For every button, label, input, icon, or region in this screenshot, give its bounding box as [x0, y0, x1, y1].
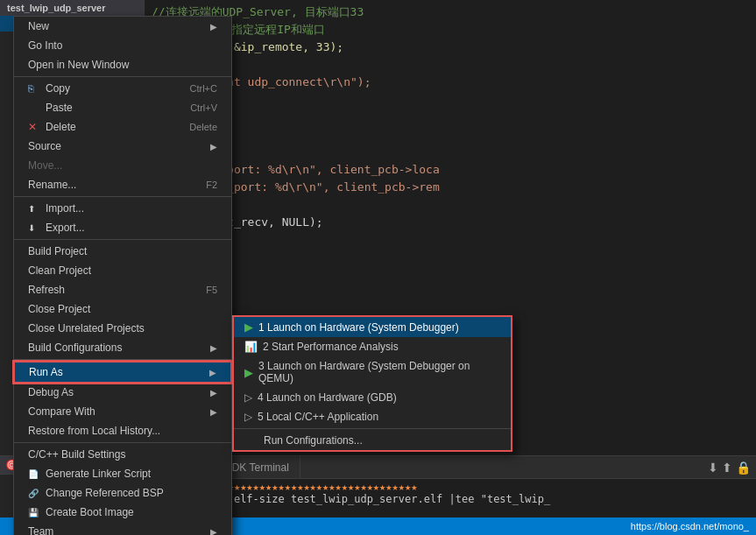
bottom-panel: Properties SDK Terminal ⬇ ⬆ 🔒 ★★★★★★★★★★…	[145, 455, 756, 517]
submenu-item-launch-qemu[interactable]: ▶ 3 Launch on Hardware (System Debugger …	[234, 356, 511, 388]
menu-item-paste[interactable]: Paste Ctrl+V	[14, 98, 231, 117]
submenu-item-launch-gdb[interactable]: ▷ 4 Launch on Hardware (GDB)	[234, 388, 511, 407]
menu-item-rename[interactable]: Rename... F2	[14, 175, 231, 194]
submenu-separator	[234, 428, 511, 429]
menu-item-team[interactable]: Team ▶	[14, 522, 231, 535]
star-line: ★★★★★★★★★★★★★★★★★★★★★★★★★★★★★★★★★★★★★★★★…	[152, 481, 749, 493]
build-configs-submenu-icon: ▶	[210, 343, 217, 353]
command-line: aarch64-none-elf-size test_lwip_udp_serv…	[152, 493, 749, 505]
bsp-icon: 🔗	[28, 489, 42, 498]
submenu-item-run-configs[interactable]: Run Configurations...	[234, 431, 511, 450]
run-qemu-icon: ▶	[244, 366, 253, 379]
menu-item-import[interactable]: ⬆ Import...	[14, 199, 231, 218]
import-icon: ⬆	[28, 204, 42, 214]
menu-item-open-window[interactable]: Open in New Window	[14, 55, 231, 74]
perf-icon: 📊	[244, 341, 258, 353]
menu-item-refresh[interactable]: Refresh F5	[14, 280, 231, 299]
menu-item-close-project[interactable]: Close Project	[14, 299, 231, 319]
separator-1	[14, 76, 231, 77]
menu-item-create-boot[interactable]: 💾 Create Boot Image	[14, 503, 231, 522]
boot-icon: 💾	[28, 508, 42, 517]
separator-5	[14, 442, 231, 443]
separator-3	[14, 239, 231, 240]
project-header: test_lwip_udp_server	[0, 0, 144, 16]
status-url: https://blog.csdn.net/mono_	[631, 521, 749, 531]
menu-item-run-as[interactable]: Run As ▶	[14, 362, 231, 383]
debug-as-submenu-icon: ▶	[210, 388, 217, 398]
context-menu: New ▶ Go Into Open in New Window ⎘ Copy …	[13, 16, 232, 535]
menu-item-compare-with[interactable]: Compare With ▶	[14, 402, 231, 421]
copy-icon: ⎘	[28, 83, 42, 94]
menu-item-gen-linker[interactable]: 📄 Generate Linker Script	[14, 464, 231, 483]
menu-item-move[interactable]: Move...	[14, 156, 231, 175]
bottom-tab-bar: Properties SDK Terminal ⬇ ⬆ 🔒	[145, 456, 756, 479]
menu-item-cpp-build[interactable]: C/C++ Build Settings	[14, 445, 231, 464]
submenu-item-start-perf[interactable]: 📊 2 Start Performance Analysis	[234, 337, 511, 356]
menu-item-export[interactable]: ⬇ Export...	[14, 218, 231, 237]
source-submenu-arrow-icon: ▶	[210, 142, 217, 151]
menu-item-source[interactable]: Source ▶	[14, 137, 231, 156]
menu-item-close-unrelated[interactable]: Close Unrelated Projects	[14, 319, 231, 338]
menu-item-clean-project[interactable]: Clean Project	[14, 261, 231, 280]
run-as-submenu-icon: ▶	[209, 368, 216, 377]
menu-item-restore-history[interactable]: Restore from Local History...	[14, 421, 231, 440]
scroll-lock-icon[interactable]: 🔒	[736, 461, 751, 475]
menu-item-debug-as[interactable]: Debug As ▶	[14, 383, 231, 402]
run-hw-sys-icon: ▶	[244, 320, 253, 334]
team-submenu-icon: ▶	[210, 527, 217, 536]
submenu-item-local-app[interactable]: ▷ 5 Local C/C++ Application	[234, 407, 511, 426]
menu-item-delete[interactable]: ✕ Delete Delete	[14, 117, 231, 137]
run-gdb-icon: ▷	[244, 391, 252, 404]
expand-all-icon[interactable]: ⬆	[722, 461, 732, 475]
bottom-console-content: ★★★★★★★★★★★★★★★★★★★★★★★★★★★★★★★★★★★★★★★★…	[145, 479, 756, 507]
menu-item-new[interactable]: New ▶	[14, 17, 231, 36]
menu-item-build-configurations[interactable]: Build Configurations ▶	[14, 338, 231, 357]
export-icon: ⬇	[28, 223, 42, 233]
delete-icon: ✕	[28, 121, 42, 133]
compare-submenu-icon: ▶	[210, 407, 217, 417]
menu-item-copy[interactable]: ⎘ Copy Ctrl+C	[14, 79, 231, 98]
run-local-icon: ▷	[244, 411, 252, 423]
menu-item-change-bsp[interactable]: 🔗 Change Referenced BSP	[14, 483, 231, 503]
collapse-all-icon[interactable]: ⬇	[708, 461, 718, 475]
submenu-item-launch-hardware-sys[interactable]: ▶ 1 Launch on Hardware (System Debugger)	[234, 317, 511, 337]
linker-icon: 📄	[28, 469, 42, 479]
separator-2	[14, 196, 231, 197]
menu-item-build-project[interactable]: Build Project	[14, 242, 231, 261]
submenu-arrow-icon: ▶	[210, 22, 217, 32]
separator-4	[14, 359, 231, 360]
menu-item-go-into[interactable]: Go Into	[14, 36, 231, 55]
run-as-submenu: ▶ 1 Launch on Hardware (System Debugger)…	[232, 315, 512, 452]
